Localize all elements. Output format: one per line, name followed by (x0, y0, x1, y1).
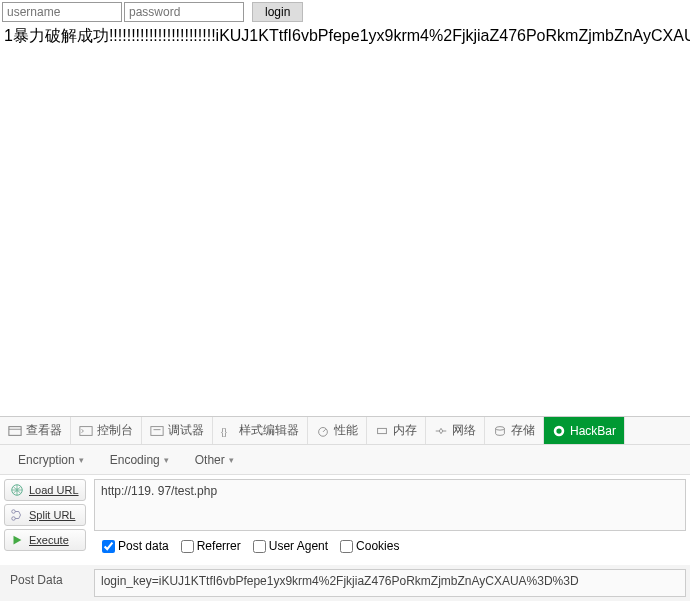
globe-icon (10, 483, 24, 497)
checkbox-post-data[interactable] (102, 540, 115, 553)
svg-rect-8 (378, 428, 387, 433)
dropdown-label: Other (195, 453, 225, 467)
devtools-panel: 查看器 控制台 调试器 {} 样式编辑器 性能 (0, 416, 690, 601)
network-icon (434, 424, 448, 438)
username-input[interactable] (2, 2, 122, 22)
check-label: Cookies (356, 539, 399, 553)
encoding-dropdown[interactable]: Encoding ▾ (102, 449, 177, 471)
post-data-row: Post Data login_key=iKUJ1KTtfI6vbPfepe1y… (0, 565, 690, 601)
button-label: Split URL (29, 509, 75, 521)
dropdown-label: Encryption (18, 453, 75, 467)
tab-memory[interactable]: 内存 (367, 417, 426, 444)
tab-performance[interactable]: 性能 (308, 417, 367, 444)
svg-point-13 (12, 510, 16, 514)
options-row: Encryption ▾ Encoding ▾ Other ▾ (0, 445, 690, 475)
tab-label: 性能 (334, 422, 358, 439)
hackbar-icon (552, 424, 566, 438)
console-icon (79, 424, 93, 438)
svg-rect-0 (9, 426, 21, 435)
tab-label: 调试器 (168, 422, 204, 439)
tab-label: 内存 (393, 422, 417, 439)
button-label: Load URL (29, 484, 79, 496)
dropdown-label: Encoding (110, 453, 160, 467)
checkbox-user-agent[interactable] (253, 540, 266, 553)
side-buttons: Load URL Split URL Execute (0, 475, 90, 565)
split-icon (10, 508, 24, 522)
checkbox-referrer[interactable] (181, 540, 194, 553)
post-data-input[interactable]: login_key=iKUJ1KTtfI6vbPfepe1yx9krm4%2Fj… (94, 569, 686, 597)
svg-point-11 (556, 428, 561, 433)
other-dropdown[interactable]: Other ▾ (187, 449, 242, 471)
hackbar-main: Load URL Split URL Execute http://119. 9… (0, 475, 690, 565)
performance-icon (316, 424, 330, 438)
checks-row: Post data Referrer User Agent Cookies (94, 531, 686, 561)
load-url-button[interactable]: Load URL (4, 479, 86, 501)
svg-text:{}: {} (221, 426, 227, 436)
tab-label: 查看器 (26, 422, 62, 439)
svg-point-9 (496, 426, 505, 430)
tab-style-editor[interactable]: {} 样式编辑器 (213, 417, 308, 444)
tab-label: 存储 (511, 422, 535, 439)
result-text: 1暴力破解成功!!!!!!!!!!!!!!!!!!!!!!!!iKUJ1KTtf… (0, 24, 690, 49)
login-button[interactable]: login (252, 2, 303, 22)
svg-rect-4 (154, 429, 161, 430)
svg-point-14 (12, 517, 16, 521)
tab-label: 网络 (452, 422, 476, 439)
check-cookies[interactable]: Cookies (340, 539, 399, 553)
tab-debugger[interactable]: 调试器 (142, 417, 213, 444)
check-label: User Agent (269, 539, 328, 553)
check-label: Post data (118, 539, 169, 553)
tab-hackbar[interactable]: HackBar (544, 417, 625, 444)
tab-label: HackBar (570, 424, 616, 438)
post-data-label: Post Data (4, 569, 94, 597)
login-form: login (0, 0, 690, 24)
password-input[interactable] (124, 2, 244, 22)
svg-marker-15 (14, 536, 22, 545)
play-icon (10, 533, 24, 547)
execute-button[interactable]: Execute (4, 529, 86, 551)
chevron-down-icon: ▾ (79, 455, 84, 465)
check-label: Referrer (197, 539, 241, 553)
button-label: Execute (29, 534, 69, 546)
chevron-down-icon: ▾ (164, 455, 169, 465)
split-url-button[interactable]: Split URL (4, 504, 86, 526)
check-post-data[interactable]: Post data (102, 539, 169, 553)
svg-rect-2 (80, 426, 92, 435)
storage-icon (493, 424, 507, 438)
chevron-down-icon: ▾ (229, 455, 234, 465)
url-input[interactable]: http://119. 97/test.php (94, 479, 686, 531)
check-user-agent[interactable]: User Agent (253, 539, 328, 553)
tab-inspector[interactable]: 查看器 (0, 417, 71, 444)
tab-label: 样式编辑器 (239, 422, 299, 439)
svg-line-7 (323, 429, 326, 432)
checkbox-cookies[interactable] (340, 540, 353, 553)
url-area: http://119. 97/test.php Post data Referr… (90, 475, 690, 565)
post-input-wrap: login_key=iKUJ1KTtfI6vbPfepe1yx9krm4%2Fj… (94, 569, 686, 597)
debugger-icon (150, 424, 164, 438)
style-editor-icon: {} (221, 424, 235, 438)
encryption-dropdown[interactable]: Encryption ▾ (10, 449, 92, 471)
tab-network[interactable]: 网络 (426, 417, 485, 444)
memory-icon (375, 424, 389, 438)
tab-console[interactable]: 控制台 (71, 417, 142, 444)
inspector-icon (8, 424, 22, 438)
svg-rect-3 (151, 426, 163, 435)
tab-label: 控制台 (97, 422, 133, 439)
devtools-tabs: 查看器 控制台 调试器 {} 样式编辑器 性能 (0, 417, 690, 445)
check-referrer[interactable]: Referrer (181, 539, 241, 553)
tab-storage[interactable]: 存储 (485, 417, 544, 444)
